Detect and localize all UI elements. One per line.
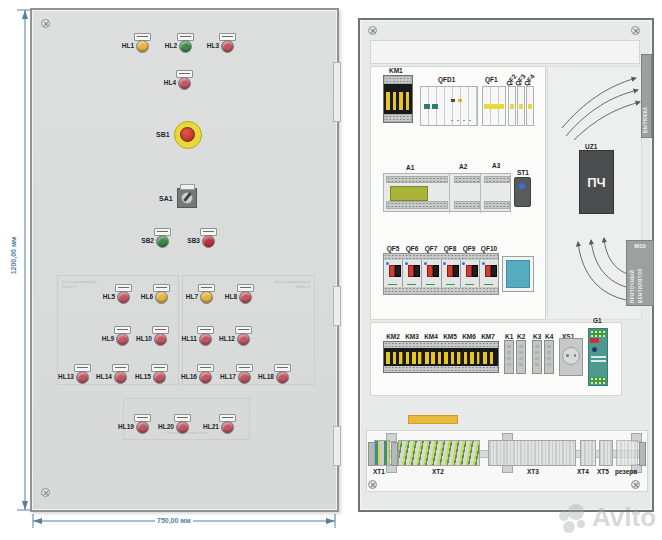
contactor-separators [384,348,498,366]
button-label: SB2 [141,237,154,244]
cabinet-screw [368,26,377,35]
terminal-strip [384,76,412,84]
socket-face [562,347,580,365]
psu-adjust-knob [592,347,597,352]
rcd-indicator [451,99,455,102]
selector-knob [181,192,193,204]
din-socket-xs1 [559,338,583,376]
plc-terminals-top [386,176,448,183]
breaker-qf3 [517,86,525,126]
module-divider [449,174,450,213]
power-supply-g1 [588,328,608,386]
group1-label: Блок аэрозольныйЛиния 1 [62,280,96,290]
motor-breaker [422,260,441,287]
button-cap [156,235,169,248]
lamp-label: HL14 [96,373,112,380]
lamp-lens [199,371,212,384]
breaker-qf2 [508,86,516,126]
rcd-test-button [458,99,462,102]
lamp-lens [114,371,127,384]
lamp-label: HL18 [258,373,274,380]
indicator-lamp: HL2 [157,33,193,55]
stop-button [433,265,439,277]
cabinet-screw [631,480,640,489]
relay-k4 [544,340,554,374]
lamp-label: HL5 [103,293,115,300]
indicator-lamp: HL16 [177,364,213,386]
lamp-label: HL10 [136,335,152,342]
wire-duct-marker [408,415,458,424]
exhaust-airflow-arrows [560,70,644,140]
door-screw-bottom [41,488,50,497]
qf8-label: QF8 [441,245,459,252]
indicator-lamp: HL8 [217,284,253,306]
xt5-label: XT5 [597,468,609,475]
height-dimension-label: 1200,00 мм [10,235,17,277]
rcd-breaker-qfd1 [420,86,478,126]
indicator-lamp: HL5 [95,284,131,306]
k2-label: K2 [517,333,525,340]
selector-tag [180,184,195,190]
km6-label: KM6 [460,333,478,340]
module-divider [480,174,481,213]
emergency-stop-button [174,121,202,149]
terminal-strip [384,366,498,372]
stop-button [453,265,459,277]
selector-label: SA1 [159,195,173,202]
qf1-label: QF1 [485,76,498,83]
top-cable-duct [370,40,640,64]
terminal-block-xt4 [580,440,596,466]
a3-label: A3 [492,162,500,169]
indicator-lamp: HL17 [216,364,252,386]
a1-label: A1 [406,164,414,171]
lamp-lens [155,291,168,304]
terminal-block-reserve [616,440,638,466]
m10-text-line1: ПРИТОЧНЫЙ [631,253,636,303]
lamp-lens [179,40,192,53]
frequency-drive-uz1: ПЧ [579,150,614,214]
reserve-label: резерв [615,468,637,475]
lamp-lens [221,421,234,434]
lamp-label: HL9 [102,335,114,342]
rating-mark [484,284,493,286]
lamp-lens [117,291,130,304]
indicator-lamp: HL4 [156,70,192,92]
psu-terminals-top [590,330,606,337]
breaker-stripe [484,104,504,109]
qf5-label: QF5 [384,245,402,252]
width-dimension-label: 750,00 мм [155,517,193,524]
motor-breaker-row [383,253,499,295]
contactor-km1 [383,75,413,123]
breaker-toggle [424,104,430,109]
lamp-lens [136,421,149,434]
rating-mark [446,284,455,286]
lamp-label: HL19 [118,423,134,430]
lamp-label: HL1 [122,42,134,49]
lamp-lens [238,371,251,384]
lamp-label: HL2 [165,42,177,49]
door-hinge [333,286,341,326]
indicator-lamp: HL13 [54,364,90,386]
lamp-lens [76,371,89,384]
lamp-label: HL20 [158,423,174,430]
lamp-label: HL21 [203,423,219,430]
km7-label: KM7 [479,333,497,340]
km4-label: KM4 [422,333,440,340]
plc-assembly [383,173,511,212]
km2-label: KM2 [384,333,402,340]
lamp-label: HL13 [58,373,74,380]
exhaust-vent-label: ВЫТЯЖКА [644,61,649,133]
lamp-label: HL4 [164,79,176,86]
qf6-label: QF6 [403,245,421,252]
rating-mark [388,284,397,286]
xt2-label: XT2 [432,468,444,475]
terminal-block-xt3 [488,440,576,466]
lamp-lens [136,40,149,53]
m10-text-line2: ВЕНТИЛЯТОР [639,253,644,303]
xt1-label: XT1 [373,468,385,475]
lamp-lens [276,371,289,384]
lamp-lens [116,333,129,346]
lamp-label: HL7 [186,293,198,300]
avito-watermark-text: Avito [592,502,656,533]
lamp-label: HL6 [141,293,153,300]
